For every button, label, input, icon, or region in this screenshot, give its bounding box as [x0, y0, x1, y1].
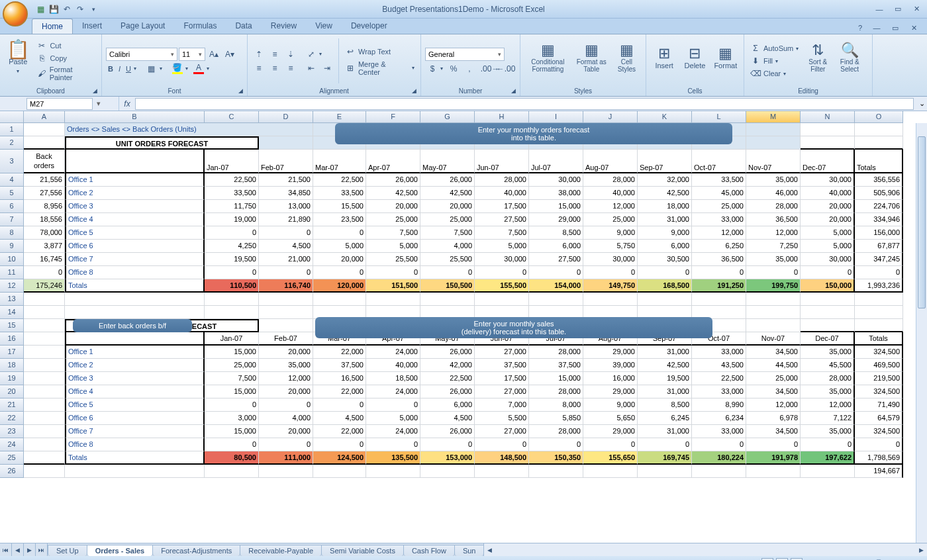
merge-center-button[interactable]: ⊞Merge & Center▾	[343, 60, 416, 77]
cell[interactable]: 324,500	[855, 425, 903, 438]
cell[interactable]: 27,500	[529, 253, 583, 266]
cell[interactable]	[855, 306, 903, 319]
copy-button[interactable]: ⎘Copy	[34, 52, 97, 64]
cell[interactable]	[313, 465, 366, 478]
alignment-launcher-icon[interactable]: ◢	[412, 87, 416, 94]
row-header[interactable]: 13	[0, 293, 24, 306]
cell[interactable]: 37,500	[313, 359, 366, 372]
column-header[interactable]: D	[259, 111, 313, 123]
cell[interactable]: 0	[638, 438, 692, 451]
cell[interactable]	[313, 293, 366, 306]
cell[interactable]: 197,622	[801, 451, 855, 465]
cell[interactable]	[259, 319, 313, 332]
column-header[interactable]: N	[801, 111, 855, 123]
cell[interactable]: 5,000	[366, 412, 420, 425]
cell[interactable]: 22,000	[313, 385, 366, 398]
cell[interactable]: 45,500	[801, 359, 855, 372]
cell[interactable]: Office 1	[65, 346, 205, 359]
cell[interactable]	[366, 293, 420, 306]
doc-restore-button[interactable]: ▭	[887, 23, 903, 33]
number-format-combo[interactable]: General	[425, 48, 505, 61]
qat-customize-icon[interactable]: ▾	[87, 3, 99, 15]
cell[interactable]: 40,000	[583, 187, 638, 200]
cell[interactable]: 34,500	[746, 346, 801, 359]
cell[interactable]: 29,000	[583, 346, 638, 359]
cell[interactable]: 8,956	[24, 200, 65, 213]
cell[interactable]: 34,850	[259, 187, 313, 200]
cell[interactable]: 71,490	[855, 398, 903, 412]
cell[interactable]: 199,750	[746, 279, 801, 293]
cell[interactable]: 0	[313, 398, 366, 412]
cell[interactable]: 45,000	[692, 187, 746, 200]
cell[interactable]	[801, 319, 855, 332]
cell[interactable]: 25,500	[420, 253, 475, 266]
cell[interactable]: Totals	[855, 332, 903, 346]
cell[interactable]	[583, 293, 638, 306]
cell[interactable]: 9,000	[583, 226, 638, 240]
cell[interactable]: Oct-07	[692, 150, 746, 173]
font-launcher-icon[interactable]: ◢	[238, 87, 243, 94]
cell[interactable]: 0	[475, 438, 529, 451]
cell[interactable]: 120,000	[313, 279, 366, 293]
name-box[interactable]	[26, 98, 93, 110]
cell[interactable]: 175,246	[24, 279, 65, 293]
cell[interactable]: 6,245	[638, 412, 692, 425]
cell[interactable]	[420, 293, 475, 306]
cell[interactable]: 28,000	[529, 385, 583, 398]
cell[interactable]: 28,000	[529, 425, 583, 438]
row-header[interactable]: 3	[0, 150, 24, 173]
cell[interactable]: Sep-07	[638, 150, 692, 173]
cell[interactable]: 6,978	[746, 412, 801, 425]
row-header[interactable]: 6	[0, 200, 24, 213]
cell[interactable]: 80,500	[205, 451, 259, 465]
cell[interactable]: 3,877	[24, 240, 65, 253]
cell[interactable]: 150,500	[420, 279, 475, 293]
cell[interactable]	[205, 465, 259, 478]
cell[interactable]: 31,000	[638, 346, 692, 359]
cell[interactable]	[583, 465, 638, 478]
cell[interactable]: 32,000	[638, 173, 692, 187]
cell[interactable]: 28,000	[529, 346, 583, 359]
cell[interactable]: 28,000	[583, 173, 638, 187]
cell[interactable]: 35,000	[746, 253, 801, 266]
cell[interactable]: Office 5	[65, 226, 205, 240]
tab-home[interactable]: Home	[32, 19, 73, 34]
cell[interactable]: 191,250	[692, 279, 746, 293]
cell[interactable]: 324,500	[855, 346, 903, 359]
cell[interactable]	[65, 150, 205, 173]
cell[interactable]: 324,500	[855, 385, 903, 398]
row-header[interactable]: 26	[0, 465, 24, 478]
underline-button[interactable]: U▾	[124, 64, 138, 73]
cell[interactable]: 6,000	[529, 240, 583, 253]
cell[interactable]: 334,946	[855, 213, 903, 226]
row-header[interactable]: 15	[0, 319, 24, 332]
row-header[interactable]: 18	[0, 359, 24, 372]
font-name-combo[interactable]: Calibri	[106, 48, 177, 61]
tab-next-icon[interactable]: ▶	[24, 543, 36, 556]
cell[interactable]: 469,500	[855, 359, 903, 372]
row-header[interactable]: 12	[0, 279, 24, 293]
sheet-tab[interactable]: Cash Flow	[403, 545, 455, 556]
cell[interactable]: 44,500	[746, 359, 801, 372]
cell[interactable]	[801, 123, 855, 136]
cell[interactable]: 25,000	[366, 213, 420, 226]
cell[interactable]	[24, 412, 65, 425]
cell[interactable]: Dec-07	[801, 150, 855, 173]
column-header[interactable]: M	[746, 111, 801, 123]
vertical-scrollbar[interactable]	[916, 123, 927, 543]
qat-excel-icon[interactable]: ▦	[34, 3, 46, 15]
cell[interactable]: Office 8	[65, 266, 205, 279]
horizontal-scrollbar[interactable]: ◀▶	[483, 543, 927, 556]
cell[interactable]	[24, 359, 65, 372]
cell[interactable]: 0	[801, 266, 855, 279]
cell[interactable]: 12,000	[746, 226, 801, 240]
cell[interactable]: 22,500	[420, 372, 475, 385]
cell[interactable]: 9,000	[583, 398, 638, 412]
cell[interactable]: 0	[692, 266, 746, 279]
cell[interactable]: 0	[205, 438, 259, 451]
cell[interactable]: 0	[205, 266, 259, 279]
cell[interactable]: 37,500	[475, 359, 529, 372]
tab-review[interactable]: Review	[262, 19, 306, 34]
cell[interactable]: 4,500	[313, 412, 366, 425]
cell[interactable]	[65, 306, 205, 319]
